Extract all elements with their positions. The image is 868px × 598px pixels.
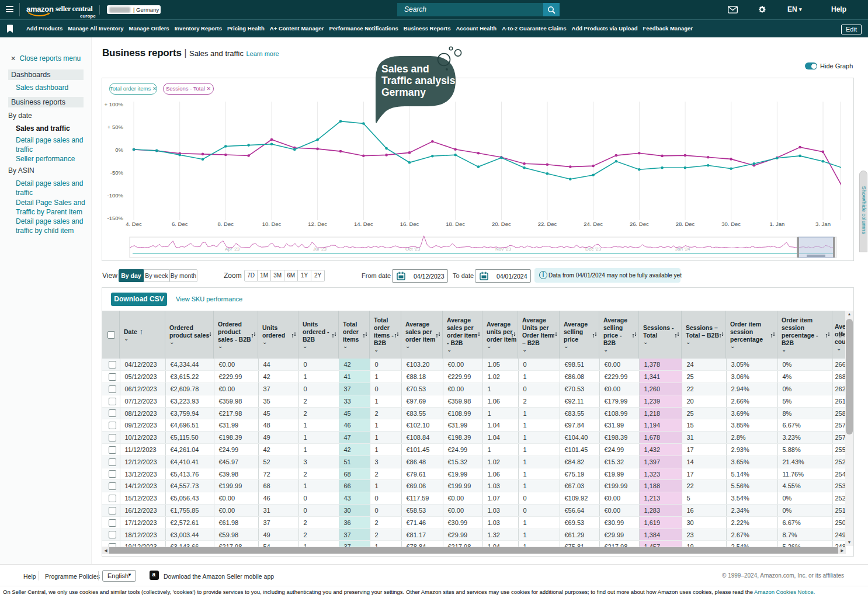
svg-text:6. Dec: 6. Dec xyxy=(172,221,188,227)
svg-text:10. Dec: 10. Dec xyxy=(262,221,282,227)
svg-text:8. Dec: 8. Dec xyxy=(218,221,234,227)
svg-text:Oct '23: Oct '23 xyxy=(405,246,421,252)
svg-text:3. Jan: 3. Jan xyxy=(815,221,831,227)
svg-text:16. Dec: 16. Dec xyxy=(400,221,419,227)
svg-text:+ 50%: + 50% xyxy=(107,124,124,130)
svg-text:18. Dec: 18. Dec xyxy=(446,221,465,227)
svg-text:14. Dec: 14. Dec xyxy=(354,221,373,227)
svg-text:4. Dec: 4. Dec xyxy=(126,221,142,227)
svg-text:Germany: Germany xyxy=(381,86,426,98)
svg-text:12. Dec: 12. Dec xyxy=(308,221,327,227)
svg-text:22. Dec: 22. Dec xyxy=(538,221,557,227)
svg-text:24. Dec: 24. Dec xyxy=(584,221,603,227)
svg-text:30. Dec: 30. Dec xyxy=(721,221,741,227)
svg-text:+ 100%: + 100% xyxy=(105,101,124,107)
svg-text:Sales and: Sales and xyxy=(381,63,429,75)
svg-text:1. Jan: 1. Jan xyxy=(769,221,784,227)
svg-text:-100%: -100% xyxy=(107,192,124,199)
svg-text:28. Dec: 28. Dec xyxy=(676,221,695,227)
svg-text:0%: 0% xyxy=(115,147,123,153)
svg-text:Traffic analysis: Traffic analysis xyxy=(381,75,456,86)
svg-text:20. Dec: 20. Dec xyxy=(492,221,511,227)
svg-text:26. Dec: 26. Dec xyxy=(630,221,649,227)
svg-text:-150%: -150% xyxy=(107,215,124,221)
svg-text:-50%: -50% xyxy=(110,169,124,176)
